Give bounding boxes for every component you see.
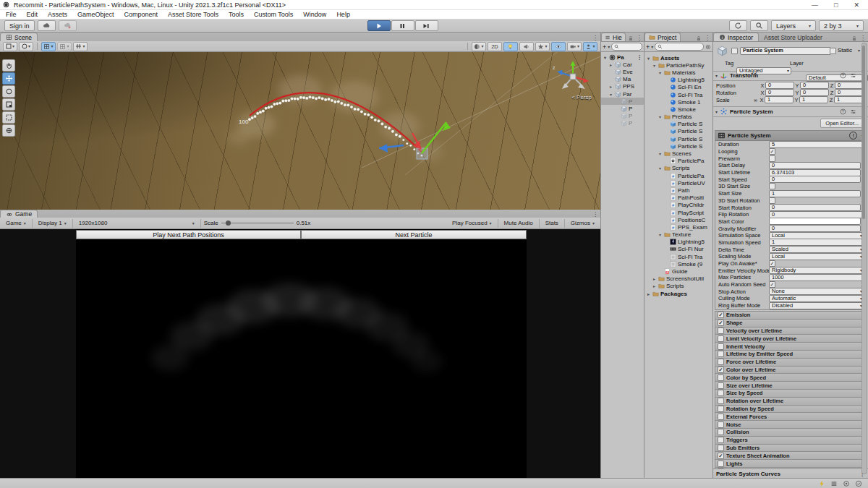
hand-tool-button[interactable]	[2, 59, 15, 72]
foldout-icon[interactable]: ▸	[652, 283, 657, 288]
color-swatch[interactable]	[769, 218, 861, 225]
foldout-icon[interactable]: ▾	[658, 151, 663, 156]
game-mode-dropdown[interactable]: Game▾	[3, 219, 29, 228]
presets-icon[interactable]	[850, 108, 856, 115]
property-select[interactable]: None▾	[769, 288, 864, 295]
axis-x-field[interactable]: 1	[765, 96, 793, 103]
layers-dropdown[interactable]: Layers▾	[771, 20, 816, 31]
slider-knob[interactable]	[226, 221, 231, 226]
module-checkbox[interactable]	[718, 437, 724, 443]
game-render-area[interactable]: Play Next Path Positions Next Particle	[76, 229, 527, 478]
module-checkbox[interactable]	[718, 429, 724, 435]
layout-dropdown[interactable]: 2 by 3▾	[819, 20, 864, 31]
property-checkbox[interactable]	[769, 183, 775, 189]
foldout-icon[interactable]: ▸	[608, 62, 613, 67]
project-item[interactable]: ParticleUV	[644, 179, 712, 187]
handle-position-button[interactable]: ▾	[3, 42, 17, 51]
orientation-gizmo[interactable]: z	[550, 58, 596, 97]
project-item[interactable]: Lightning5	[644, 239, 712, 246]
module-row[interactable]: Lights	[715, 460, 867, 468]
project-item[interactable]: PPS_Exam	[644, 223, 712, 231]
warning-icon[interactable]: !	[849, 132, 857, 140]
project-item[interactable]: ▾Scenes	[644, 150, 712, 157]
project-item[interactable]: ▾Materials	[644, 69, 712, 76]
project-item[interactable]: Smoke 1	[644, 98, 712, 106]
help-icon[interactable]	[840, 72, 846, 79]
hierarchy-item[interactable]: P	[601, 98, 644, 105]
axis-y-field[interactable]: 0	[800, 82, 829, 89]
mute-audio-button[interactable]: Mute Audio	[501, 219, 536, 228]
module-row[interactable]: Rotation over Lifetime	[715, 398, 867, 406]
module-checkbox[interactable]: ✓	[718, 312, 724, 318]
target-icon[interactable]	[843, 480, 850, 487]
draw-mode-button[interactable]: ▾	[472, 42, 486, 51]
presets-icon[interactable]	[850, 72, 856, 79]
project-item[interactable]: Smoke	[644, 106, 712, 113]
foldout-icon[interactable]: ▾	[646, 56, 651, 61]
progress-flash-icon[interactable]	[818, 480, 825, 487]
axis-z-field[interactable]: 0	[835, 89, 864, 96]
menu-window[interactable]: Window	[303, 11, 326, 18]
hierarchy-item[interactable]: Eve	[601, 68, 644, 75]
project-item[interactable]: Path	[644, 187, 712, 194]
module-row[interactable]: Color by Speed	[715, 374, 867, 382]
foldout-icon[interactable]: ▸	[652, 276, 657, 281]
lock-icon[interactable]	[696, 35, 702, 41]
display-dropdown[interactable]: Display 1▾	[35, 219, 69, 228]
lock-icon[interactable]	[851, 35, 857, 41]
collab-status-button[interactable]	[59, 20, 77, 31]
scene-audio-button[interactable]	[519, 42, 534, 51]
sign-in-button[interactable]: Sign in	[4, 20, 35, 31]
project-item[interactable]: Lightning5	[644, 77, 712, 84]
scene-lighting-button[interactable]	[503, 42, 518, 51]
handle-rotation-button[interactable]: ▾	[19, 42, 33, 51]
hierarchy-item[interactable]: ▸PPS	[601, 83, 644, 90]
module-row[interactable]: Sub Emitters	[715, 445, 867, 453]
module-checkbox[interactable]	[718, 382, 724, 389]
module-checkbox[interactable]: ✓	[718, 453, 724, 459]
property-field[interactable]: 1	[769, 239, 864, 246]
property-field[interactable]: 6.374103	[769, 169, 861, 176]
property-field[interactable]: 1	[769, 190, 861, 197]
module-row[interactable]: ✓Emission	[715, 312, 867, 320]
project-item[interactable]: Sci-Fi En	[644, 84, 712, 91]
module-checkbox[interactable]	[718, 335, 724, 342]
module-row[interactable]: ✓Color over Lifetime	[715, 367, 867, 374]
foldout-icon[interactable]: ▾	[603, 55, 608, 60]
property-select[interactable]: Disabled▾	[769, 302, 864, 309]
static-checkbox[interactable]	[830, 48, 836, 54]
property-field[interactable]: 1000	[769, 274, 864, 281]
rect-tool-button[interactable]	[2, 111, 15, 124]
axis-z-field[interactable]: 0	[835, 82, 864, 89]
stats-button[interactable]: Stats	[542, 219, 561, 228]
kebab-menu-icon[interactable]: ⋮	[592, 211, 598, 218]
scene-visibility-button[interactable]	[551, 42, 566, 51]
menu-custom-tools[interactable]: Custom Tools	[254, 11, 293, 18]
menu-file[interactable]: File	[6, 11, 17, 18]
tab-asset-store-uploader[interactable]: Asset Store Uploader	[759, 33, 827, 41]
module-checkbox[interactable]	[718, 414, 724, 420]
maximize-button[interactable]: □	[834, 1, 838, 9]
tab-inspector[interactable]: Inspector	[713, 33, 759, 41]
add-button[interactable]: +	[603, 43, 606, 51]
hierarchy-item[interactable]: ▾Pa⋮	[601, 53, 644, 61]
property-field[interactable]: 0	[769, 176, 861, 183]
play-next-path-positions-button[interactable]: Play Next Path Positions	[76, 230, 301, 239]
project-item[interactable]: PlayChildr	[644, 202, 712, 209]
chevron-down-icon[interactable]: ▾	[858, 48, 860, 53]
hierarchy-search-input[interactable]	[611, 43, 642, 51]
property-checkbox[interactable]	[769, 155, 775, 162]
foldout-icon[interactable]: ▾	[715, 73, 718, 78]
particle-system-curves-bar[interactable]: Particle System Curves ⋮	[713, 468, 868, 478]
snap-increment-button[interactable]: ▾	[73, 42, 88, 51]
module-checkbox[interactable]: ✓	[718, 367, 724, 373]
menu-help[interactable]: Help	[336, 11, 350, 18]
project-item[interactable]: Particle S	[644, 128, 712, 135]
project-item[interactable]: Particle S	[644, 142, 712, 150]
property-field[interactable]: 0	[769, 204, 861, 211]
project-item[interactable]: Guide	[644, 267, 712, 275]
effects-button[interactable]: ▾	[535, 42, 550, 51]
2d-toggle-button[interactable]: 2D	[488, 42, 502, 51]
axis-x-field[interactable]: 0	[765, 89, 794, 96]
foldout-icon[interactable]: ▾	[658, 114, 663, 119]
